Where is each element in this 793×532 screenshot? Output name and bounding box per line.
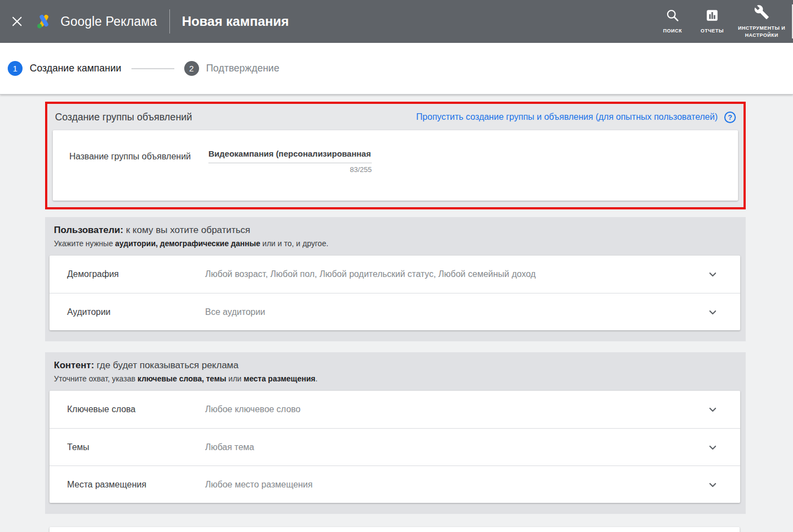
row-value: Все аудитории <box>205 307 706 317</box>
ad-group-name-input[interactable] <box>208 148 372 163</box>
step-confirmation[interactable]: 2 Подтверждение <box>184 61 279 76</box>
row-label: Ключевые слова <box>67 404 205 414</box>
row-keywords[interactable]: Ключевые слова Любое ключевое слово <box>49 391 740 428</box>
step-1-circle: 1 <box>8 61 23 76</box>
next-section-panel <box>49 527 740 532</box>
content-rows-card: Ключевые слова Любое ключевое слово Темы… <box>49 391 740 503</box>
page-title: Новая кампания <box>182 14 289 29</box>
row-topics[interactable]: Темы Любая тема <box>49 428 740 465</box>
users-section-title: Пользователи: к кому вы хотите обратитьс… <box>54 225 737 236</box>
row-label: Темы <box>67 442 205 452</box>
step-2-label: Подтверждение <box>206 63 279 74</box>
chevron-down-icon[interactable] <box>706 441 719 454</box>
ad-group-section-title: Создание группы объявлений <box>55 112 192 123</box>
brand-text: Google Реклама <box>60 14 157 29</box>
search-label: ПОИСК <box>663 27 682 34</box>
row-placements[interactable]: Места размещения Любое место размещения <box>49 465 740 503</box>
row-value: Любое ключевое слово <box>205 404 706 414</box>
users-section-subtitle: Укажите нужные аудитории, демографически… <box>54 239 737 248</box>
tools-icon <box>754 4 769 22</box>
chevron-down-icon[interactable] <box>706 478 719 491</box>
stepper: 1 Создание кампании 2 Подтверждение <box>0 43 793 95</box>
row-audiences[interactable]: Аудитории Все аудитории <box>49 293 740 330</box>
step-1-label: Создание кампании <box>30 63 122 74</box>
reports-label: ОТЧЕТЫ <box>701 27 724 34</box>
chevron-down-icon[interactable] <box>706 306 719 319</box>
search-icon <box>665 8 680 25</box>
close-icon[interactable] <box>8 12 26 31</box>
row-value: Любой возраст, Любой пол, Любой родитель… <box>205 269 706 279</box>
users-rows-card: Демография Любой возраст, Любой пол, Люб… <box>49 256 740 330</box>
search-button[interactable]: ПОИСК <box>656 6 690 36</box>
app-header: Google Реклама Новая кампания ПОИСК ОТЧЕ… <box>0 0 793 43</box>
row-value: Любое место размещения <box>205 480 706 490</box>
row-label: Места размещения <box>67 480 205 490</box>
ad-group-name-card: Название группы объявлений 83/255 <box>53 130 738 201</box>
reports-icon <box>705 8 719 25</box>
row-label: Аудитории <box>67 307 205 317</box>
users-section: Пользователи: к кому вы хотите обратитьс… <box>45 217 746 341</box>
content-section: Контент: где будет показываться реклама … <box>45 352 746 514</box>
tools-label: ИНСТРУМЕНТЫ И НАСТРОЙКИ <box>736 25 788 38</box>
content-section-subtitle: Уточните охват, указав ключевые слова, т… <box>54 374 737 383</box>
chevron-down-icon[interactable] <box>706 268 719 281</box>
row-demographics[interactable]: Демография Любой возраст, Любой пол, Люб… <box>49 256 740 293</box>
google-ads-logo[interactable]: Google Реклама <box>34 13 157 30</box>
google-ads-logo-icon <box>34 13 54 30</box>
row-value: Любая тема <box>205 442 706 452</box>
tools-button[interactable]: ИНСТРУМЕНТЫ И НАСТРОЙКИ <box>735 2 789 40</box>
header-divider <box>169 9 170 34</box>
content-section-title: Контент: где будет показываться реклама <box>54 360 737 371</box>
reports-button[interactable]: ОТЧЕТЫ <box>695 6 729 36</box>
step-campaign-creation[interactable]: 1 Создание кампании <box>8 61 122 76</box>
ad-group-name-label: Название группы объявлений <box>69 148 208 201</box>
step-2-circle: 2 <box>184 61 199 76</box>
chevron-down-icon[interactable] <box>706 403 719 416</box>
main-content: Создание группы объявлений Пропустить со… <box>0 95 793 532</box>
step-connector <box>131 68 174 69</box>
ad-group-creation-section: Создание группы объявлений Пропустить со… <box>45 102 746 209</box>
char-counter: 83/255 <box>208 165 372 174</box>
row-label: Демография <box>67 269 205 279</box>
skip-ad-group-link[interactable]: Пропустить создание группы и объявления … <box>416 112 718 122</box>
help-icon[interactable] <box>724 112 736 123</box>
